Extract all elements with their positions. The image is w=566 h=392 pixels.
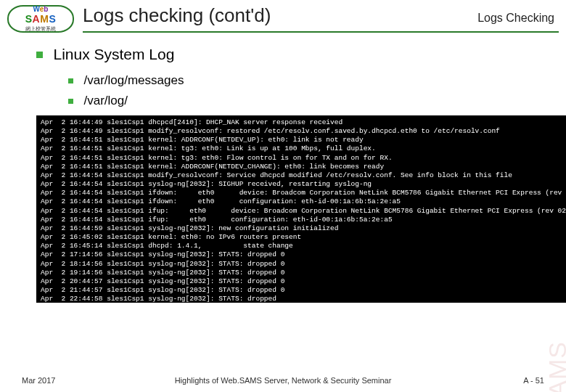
slide-footer: Mar 2017 Highlights of Web.SAMS Server, …: [0, 376, 566, 385]
bullet-level2: /var/log/: [68, 94, 544, 108]
bullet-level2: /var/log/messages: [68, 73, 544, 88]
section-label: Logs Checking: [477, 12, 554, 25]
footer-page: A - 51: [457, 376, 544, 385]
slide-body: Linux System Log /var/log/messages /var/…: [0, 33, 566, 303]
bullet-icon: [68, 99, 73, 104]
slide-title: Logs checking (cont'd): [83, 4, 271, 27]
bullet-level1-text: Linux System Log: [53, 46, 174, 62]
bullet-level2-text: /var/log/: [83, 94, 127, 107]
logo-main-text: SAMS: [25, 13, 56, 25]
logo-top-text: Web: [33, 5, 49, 13]
websams-logo: Web SAMS 網上校管系統: [7, 5, 74, 33]
title-bar: Logs checking (cont'd) Logs Checking: [83, 4, 559, 33]
slide: Web SAMS 網上校管系統 Logs checking (cont'd) L…: [0, 0, 566, 392]
bullet-level2-text: /var/log/messages: [83, 73, 184, 87]
slide-header: Web SAMS 網上校管系統 Logs checking (cont'd) L…: [0, 0, 566, 33]
logo-frame: Web SAMS 網上校管系統: [7, 5, 74, 33]
logo-subtext: 網上校管系統: [25, 25, 56, 33]
terminal-output: Apr 2 16:44:49 sles1Csp1 dhcpcd[2410]: D…: [36, 115, 566, 303]
footer-date: Mar 2017: [22, 376, 109, 385]
footer-title: Highlights of Web.SAMS Server, Network &…: [109, 376, 457, 385]
bullet-level1: Linux System Log: [36, 46, 544, 63]
bullet-icon: [36, 52, 43, 58]
bullet-icon: [68, 78, 73, 83]
